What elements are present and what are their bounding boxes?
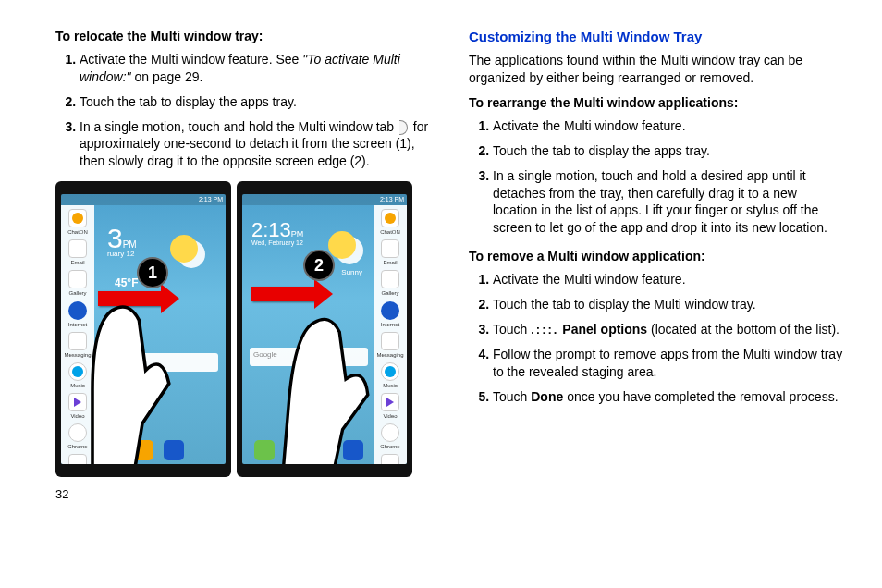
tray-app-gallery: Gallery: [381, 270, 399, 297]
tray-app-label: Messaging: [64, 351, 91, 359]
google-search-bar: Google: [250, 348, 368, 366]
tray-app-gmail: Gmail: [68, 454, 87, 464]
gmail-icon: [381, 454, 399, 464]
phone-screenshot-1: 2:13 PM ChatONEmailGalleryInternetMessag…: [55, 181, 231, 477]
phone-screenshot-2: 2:13 PM ChatONEmailGalleryInternetMessag…: [237, 181, 412, 477]
relocate-heading: To relocate the Multi window tray:: [55, 28, 432, 45]
tab-handle-icon: [399, 120, 408, 135]
customize-heading: Customizing the Multi Window Tray: [469, 28, 845, 46]
relocate-step-1: Activate the Multi window feature. See "…: [80, 51, 432, 86]
manual-page: To relocate the Multi window tray: Activ…: [55, 28, 845, 503]
tray-app-email: Email: [68, 239, 87, 266]
tray-app-video: Video: [68, 393, 87, 420]
page-number: 32: [55, 486, 432, 503]
tray-app-chaton: ChatON: [380, 209, 400, 236]
rearrange-step-1: Activate the Multi window feature.: [493, 117, 845, 135]
music-icon: [381, 362, 399, 381]
tray-app-messaging: Messaging: [376, 332, 403, 359]
messaging-icon: [68, 332, 87, 350]
rearrange-steps: Activate the Multi window feature. Touch…: [469, 117, 845, 237]
drag-arrow-icon: [251, 287, 316, 301]
remove-heading: To remove a Multi window application:: [469, 248, 845, 265]
tray-app-label: Chrome: [380, 443, 399, 450]
remove-step-3: Touch .:::. Panel options (located at th…: [493, 321, 845, 338]
dock-icons: [98, 440, 189, 460]
tray-app-chrome: Chrome: [67, 423, 87, 450]
right-column: Customizing the Multi Window Tray The ap…: [469, 28, 845, 503]
tray-app-internet: Internet: [381, 301, 399, 328]
music-icon: [68, 362, 87, 381]
video-icon: [68, 393, 87, 411]
tray-app-chaton: ChatON: [67, 209, 88, 236]
step-badge-2: 2: [303, 250, 335, 281]
tray-app-email: Email: [381, 239, 399, 266]
internet-icon: [68, 301, 87, 320]
chaton-icon: [381, 209, 399, 227]
chrome-icon: [381, 423, 399, 442]
remove-steps: Activate the Multi window feature. Touch…: [469, 271, 845, 405]
dock-icons: [250, 440, 368, 460]
tray-app-music: Music: [381, 362, 399, 389]
rearrange-heading: To rearrange the Multi window applicatio…: [469, 94, 845, 112]
rearrange-step-2: Touch the tab to display the apps tray.: [493, 142, 845, 160]
tray-app-label: Internet: [381, 321, 399, 328]
relocate-figure: 2:13 PM ChatONEmailGalleryInternetMessag…: [55, 181, 432, 477]
rearrange-step-3: In a single motion, touch and hold a des…: [493, 167, 845, 238]
remove-step-4: Follow the prompt to remove apps from th…: [493, 346, 845, 381]
remove-step-2: Touch the tab to display the Multi windo…: [493, 296, 845, 313]
tray-app-chrome: Chrome: [380, 423, 399, 450]
tray-app-internet: Internet: [68, 301, 87, 328]
tray-app-label: Music: [383, 382, 398, 389]
messaging-icon: [381, 332, 399, 350]
email-icon: [68, 239, 87, 258]
gmail-icon: [68, 454, 87, 464]
tray-app-label: Email: [383, 259, 397, 266]
tray-app-label: ChatON: [67, 228, 88, 236]
relocate-steps: Activate the Multi window feature. See "…: [55, 51, 432, 170]
tray-app-video: Video: [381, 393, 399, 420]
left-column: To relocate the Multi window tray: Activ…: [55, 28, 432, 503]
status-bar: 2:13 PM: [242, 194, 407, 205]
customize-intro: The applications found within the Multi …: [469, 52, 845, 87]
chaton-icon: [68, 209, 87, 227]
step-badge-1: 1: [137, 257, 168, 288]
tray-app-label: ChatON: [380, 228, 400, 236]
internet-icon: [381, 301, 399, 320]
tray-app-label: Messaging: [376, 351, 403, 359]
weather-icon: [328, 231, 356, 259]
chrome-icon: [68, 423, 87, 442]
status-bar: 2:13 PM: [61, 194, 226, 205]
relocate-step-2: Touch the tab to display the apps tray.: [80, 93, 432, 111]
tray-app-label: Gallery: [68, 289, 86, 297]
tray-app-messaging: Messaging: [64, 332, 91, 359]
tray-app-label: Gallery: [381, 289, 398, 297]
tray-app-gmail: Gmail: [381, 454, 399, 464]
remove-step-5: Touch Done once you have completed the r…: [493, 388, 845, 406]
gallery-icon: [381, 270, 399, 288]
drag-arrow-icon: [98, 291, 163, 306]
email-icon: [381, 239, 399, 258]
google-search-bar: [100, 353, 218, 372]
app-tray-right: ChatONEmailGalleryInternetMessagingMusic…: [374, 205, 407, 464]
tray-app-music: Music: [68, 362, 87, 389]
tray-app-gallery: Gallery: [68, 270, 87, 297]
tray-app-label: Chrome: [67, 443, 87, 450]
gallery-icon: [68, 270, 87, 288]
tray-app-label: Video: [383, 412, 397, 420]
tray-app-label: Email: [70, 259, 84, 266]
tray-app-label: Internet: [68, 321, 87, 328]
video-icon: [381, 393, 399, 411]
remove-step-1: Activate the Multi window feature.: [493, 271, 845, 288]
panel-options-icon: .:::.: [531, 323, 558, 337]
app-tray-left: ChatONEmailGalleryInternetMessagingMusic…: [61, 205, 94, 464]
tray-app-label: Video: [70, 412, 84, 420]
weather-icon: [170, 235, 198, 263]
relocate-step-3: In a single motion, touch and hold the M…: [80, 118, 432, 171]
tray-app-label: Music: [70, 382, 85, 389]
